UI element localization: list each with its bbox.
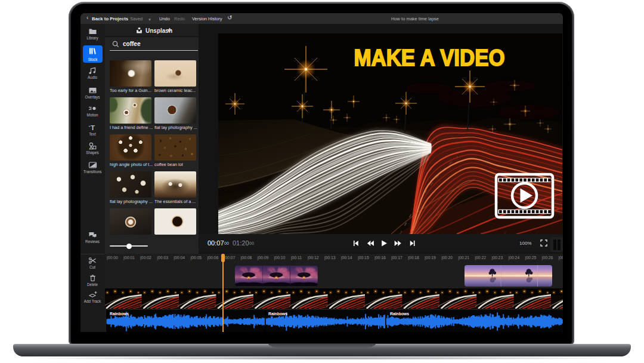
svg-text:Rainbows: Rainbows xyxy=(268,312,287,316)
svg-text:Rainbows: Rainbows xyxy=(390,312,409,316)
svg-text:Rainbows: Rainbows xyxy=(110,312,129,316)
svg-text:MAKE A VIDEO: MAKE A VIDEO xyxy=(354,45,505,70)
